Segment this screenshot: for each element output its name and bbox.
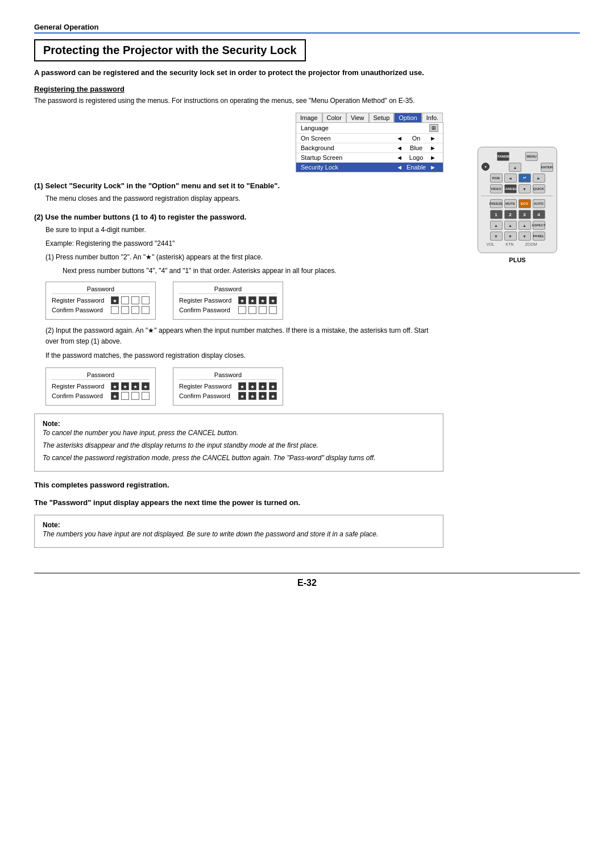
note1-line3: To cancel the password registration mode… — [43, 453, 435, 463]
step2-sub3: (1) Press number button "2". An "★" (ast… — [45, 252, 443, 262]
pw-box-2b: Password Register Password ★ ★ ★ ★ Confi… — [173, 367, 283, 406]
remote-row5: FREEZE MUTE ECO AUTO — [482, 199, 553, 208]
pw-cell-empty — [121, 306, 129, 314]
step2-sub2: Example: Registering the password "2441" — [45, 238, 443, 249]
note1-label: Note: — [43, 420, 60, 428]
video-btn: VIDEO — [490, 184, 503, 193]
pw-cell-filled: ★ — [259, 382, 267, 390]
completes-body: The "Password" input display appears the… — [34, 498, 443, 507]
note2-line1: The numbers you have input are not displ… — [43, 529, 435, 539]
pw-row-1b-reg: Register Password ★ ★ ★ ★ — [179, 296, 277, 304]
up-btn: ▲ — [509, 163, 521, 172]
pw-cell-filled: ★ — [248, 296, 256, 304]
menu-item-startup: Startup Screen ◄ Logo ► — [296, 153, 443, 163]
pw-cell-filled: ★ — [269, 392, 277, 400]
pw-cell-filled: ★ — [238, 382, 246, 390]
pw-cell-empty — [131, 392, 139, 400]
menu-wrapper: Image Color View Setup Option Info. Lang… — [296, 113, 443, 172]
tab-image: Image — [296, 113, 322, 122]
step1-body: The menu closes and the password registr… — [45, 193, 443, 204]
pw-cell-empty — [142, 296, 150, 304]
pw-cell-empty — [121, 296, 129, 304]
menu-item-onscreen: On Screen ◄ On ► — [296, 134, 443, 143]
pw-row-2b-reg: Register Password ★ ★ ★ ★ — [179, 382, 277, 390]
registering-body: The password is registered using the men… — [34, 96, 580, 106]
pw-row-1b-conf: Confirm Password — [179, 306, 277, 314]
step2-part2: (2) Input the password again. An "★" app… — [45, 325, 443, 347]
rgb-btn: RGB — [490, 173, 503, 183]
left-column: Image Color View Setup Option Info. Lang… — [34, 113, 443, 556]
pw-cell-filled: ★ — [248, 392, 256, 400]
pw-box-2a: Password Register Password ★ ★ ★ ★ Confi… — [45, 367, 156, 406]
tab-view: View — [346, 113, 369, 122]
completes-heading: This completes password registration. — [34, 481, 443, 489]
pw-cell-filled: ★ — [238, 392, 246, 400]
down-btn: ▼ — [518, 184, 531, 193]
page-number: E-32 — [34, 573, 580, 588]
pw-cell-empty — [259, 306, 267, 314]
note1-line1: To cancel the number you have input, pre… — [43, 428, 435, 438]
enter-center-btn: ↵ — [518, 173, 531, 183]
zoom-out-btn: ▼ — [518, 232, 531, 241]
auto-btn: AUTO — [533, 199, 545, 208]
section-divider — [34, 32, 580, 34]
pw-cell-empty — [131, 306, 139, 314]
remote-row2: ● ▲ ENTER — [482, 163, 553, 172]
vol-label: VOL — [486, 242, 494, 246]
language-icon: ⊞ — [429, 124, 438, 132]
pw-box-2b-title: Password — [179, 371, 277, 380]
num1-btn: 1 — [490, 210, 503, 219]
remote-row4: VIDEO CANCEL ▼ QUICK — [482, 184, 553, 193]
pw-row-2a-conf: Confirm Password ★ — [52, 392, 150, 400]
pw-box-2a-title: Password — [52, 371, 150, 380]
pw-box-1a-title: Password — [52, 286, 150, 294]
zoom-in-btn: ▲ — [518, 221, 531, 230]
remote-num-row: 1 2 3 4 — [482, 210, 553, 219]
remote-row3: RGB ◄ ↵ ► — [482, 173, 553, 183]
pw-cell-empty — [238, 306, 246, 314]
remote-control: STANDBY MENU ● ▲ ENTER RGB ◄ ↵ ► — [478, 147, 557, 253]
pw-row-2a-reg: Register Password ★ ★ ★ ★ — [52, 382, 150, 390]
pw-row-2b-conf: Confirm Password ★ ★ ★ ★ — [179, 392, 277, 400]
pw-cell-filled: ★ — [259, 392, 267, 400]
tab-info: Info. — [422, 113, 443, 122]
pw-row-1a-reg: Register Password ★ — [52, 296, 150, 304]
pw-cell-filled: ★ — [238, 296, 246, 304]
pw-cell-empty — [142, 306, 150, 314]
standby-btn: STANDBY — [497, 152, 509, 161]
menu-content: Language ⊞ On Screen ◄ On ► Background ◄… — [296, 122, 443, 172]
step1-heading: (1) Select "Security Lock" in the "Optio… — [34, 181, 443, 190]
general-operation-label: General Operation — [34, 23, 580, 31]
remote-label-row: VOL KTN ZOOM — [482, 242, 553, 246]
right-btn: ► — [533, 173, 545, 183]
note-box-2: Note: The numbers you have input are not… — [34, 515, 443, 548]
mute-btn: MUTE — [504, 199, 517, 208]
pw-cell-filled: ★ — [259, 296, 267, 304]
pw-cell-empty — [111, 306, 119, 314]
page-title-box: Protecting the Projector with the Securi… — [34, 39, 306, 61]
vol-down-btn: ▼ — [490, 232, 503, 241]
step2-part2b: If the password matches, the password re… — [45, 350, 443, 361]
tab-setup: Setup — [369, 113, 395, 122]
page-title: Protecting the Projector with the Securi… — [43, 44, 297, 57]
note-box-1: Note: To cancel the number you have inpu… — [34, 414, 443, 472]
pw-cell-filled: ★ — [111, 382, 119, 390]
cancel-btn: CANCEL — [504, 184, 517, 193]
step2-sub1: Be sure to input a 4-digit number. — [45, 225, 443, 235]
left-btn: ◄ — [504, 173, 517, 183]
pw-cell-filled: ★ — [131, 382, 139, 390]
password-section-1: Password Register Password ★ Confirm Pas… — [45, 282, 443, 320]
quick-btn: QUICK — [533, 184, 545, 193]
main-content: Image Color View Setup Option Info. Lang… — [34, 113, 580, 556]
menu-item-background: Background ◄ Blue ► — [296, 143, 443, 153]
pw-cell-filled: ★ — [111, 296, 119, 304]
keystone-down-btn: ▼ — [504, 232, 517, 241]
remote-container: STANDBY MENU ● ▲ ENTER RGB ◄ ↵ ► — [455, 147, 580, 263]
pw-cell-filled: ★ — [121, 382, 129, 390]
num4-btn: 4 — [533, 210, 545, 219]
menu-btn: MENU — [525, 152, 538, 161]
panel-btn: PANEL — [533, 232, 545, 241]
remote-row6: ▲ ▲ ▲ ASPECT — [482, 221, 553, 230]
tab-option: Option — [394, 113, 421, 122]
pw-box-1b-title: Password — [179, 286, 277, 294]
